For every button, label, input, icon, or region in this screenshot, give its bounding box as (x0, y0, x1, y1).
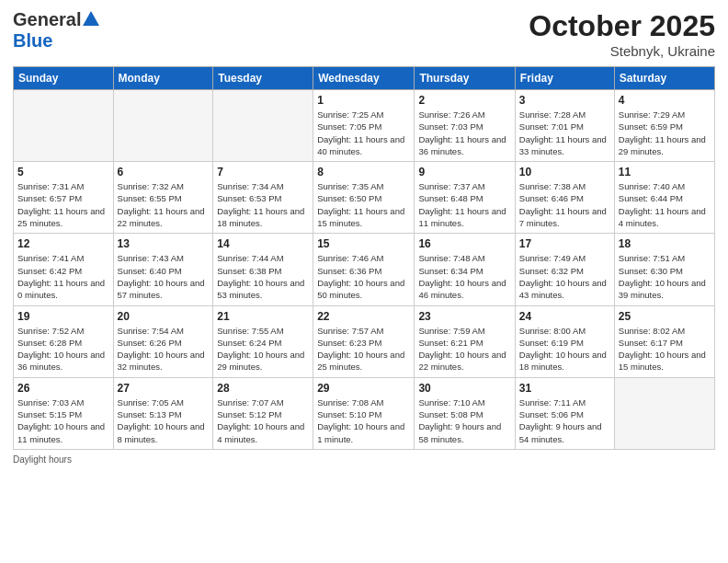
day-info: Sunrise: 7:35 AM Sunset: 6:50 PM Dayligh… (317, 180, 410, 229)
calendar-cell (14, 90, 114, 162)
page: General Blue October 2025 Stebnyk, Ukrai… (0, 0, 728, 563)
day-info: Sunrise: 7:05 AM Sunset: 5:13 PM Dayligh… (118, 396, 210, 445)
day-number: 8 (317, 166, 410, 178)
calendar-cell: 24Sunrise: 8:00 AM Sunset: 6:19 PM Dayli… (515, 305, 614, 377)
calendar-week-row: 12Sunrise: 7:41 AM Sunset: 6:42 PM Dayli… (14, 234, 715, 305)
day-info: Sunrise: 7:54 AM Sunset: 6:26 PM Dayligh… (118, 325, 210, 373)
month-title: October 2025 (529, 9, 715, 43)
day-info: Sunrise: 7:44 AM Sunset: 6:38 PM Dayligh… (217, 252, 309, 301)
header-friday: Friday (515, 67, 614, 90)
header-saturday: Saturday (614, 67, 714, 90)
day-number: 12 (17, 237, 109, 250)
day-number: 7 (217, 166, 309, 178)
calendar-cell: 16Sunrise: 7:48 AM Sunset: 6:34 PM Dayli… (415, 234, 515, 305)
calendar-cell: 2Sunrise: 7:26 AM Sunset: 7:03 PM Daylig… (415, 90, 515, 162)
calendar-cell: 21Sunrise: 7:55 AM Sunset: 6:24 PM Dayli… (213, 305, 313, 377)
day-number: 9 (418, 166, 510, 178)
day-number: 28 (217, 382, 309, 395)
day-info: Sunrise: 7:55 AM Sunset: 6:24 PM Dayligh… (217, 325, 309, 373)
day-info: Sunrise: 7:57 AM Sunset: 6:23 PM Dayligh… (317, 325, 410, 373)
day-number: 30 (418, 382, 510, 395)
day-info: Sunrise: 7:25 AM Sunset: 7:05 PM Dayligh… (317, 109, 410, 157)
logo-general-text: General (13, 9, 81, 30)
calendar-cell: 29Sunrise: 7:08 AM Sunset: 5:10 PM Dayli… (313, 377, 415, 449)
logo: General Blue (13, 9, 99, 52)
header-wednesday: Wednesday (313, 67, 415, 90)
day-number: 27 (118, 382, 210, 395)
footer: Daylight hours (13, 454, 715, 465)
header: General Blue October 2025 Stebnyk, Ukrai… (13, 9, 715, 59)
calendar-cell: 20Sunrise: 7:54 AM Sunset: 6:26 PM Dayli… (113, 305, 213, 377)
day-number: 10 (519, 166, 610, 178)
logo-blue-text: Blue (13, 30, 52, 51)
day-number: 14 (217, 237, 309, 250)
calendar-week-row: 26Sunrise: 7:03 AM Sunset: 5:15 PM Dayli… (14, 377, 715, 449)
day-info: Sunrise: 7:48 AM Sunset: 6:34 PM Dayligh… (418, 252, 510, 301)
calendar-cell: 23Sunrise: 7:59 AM Sunset: 6:21 PM Dayli… (415, 305, 515, 377)
calendar-cell: 19Sunrise: 7:52 AM Sunset: 6:28 PM Dayli… (14, 305, 114, 377)
day-info: Sunrise: 7:41 AM Sunset: 6:42 PM Dayligh… (17, 252, 109, 301)
day-info: Sunrise: 7:37 AM Sunset: 6:48 PM Dayligh… (418, 180, 510, 229)
day-info: Sunrise: 7:52 AM Sunset: 6:28 PM Dayligh… (17, 325, 109, 373)
day-info: Sunrise: 7:34 AM Sunset: 6:53 PM Dayligh… (217, 180, 309, 229)
header-thursday: Thursday (415, 67, 515, 90)
day-number: 19 (17, 310, 109, 323)
day-info: Sunrise: 7:29 AM Sunset: 6:59 PM Dayligh… (619, 109, 711, 157)
day-number: 25 (619, 310, 711, 323)
calendar-cell: 1Sunrise: 7:25 AM Sunset: 7:05 PM Daylig… (313, 90, 415, 162)
logo-triangle-icon (83, 11, 99, 29)
calendar-cell: 12Sunrise: 7:41 AM Sunset: 6:42 PM Dayli… (14, 234, 114, 305)
calendar-week-row: 5Sunrise: 7:31 AM Sunset: 6:57 PM Daylig… (14, 162, 715, 234)
day-number: 6 (118, 166, 210, 178)
calendar-cell: 25Sunrise: 8:02 AM Sunset: 6:17 PM Dayli… (614, 305, 714, 377)
calendar-cell: 3Sunrise: 7:28 AM Sunset: 7:01 PM Daylig… (515, 90, 614, 162)
day-number: 13 (118, 237, 210, 250)
day-info: Sunrise: 7:46 AM Sunset: 6:36 PM Dayligh… (317, 252, 410, 301)
calendar-cell: 4Sunrise: 7:29 AM Sunset: 6:59 PM Daylig… (614, 90, 714, 162)
day-number: 17 (519, 237, 610, 250)
calendar-cell: 5Sunrise: 7:31 AM Sunset: 6:57 PM Daylig… (14, 162, 114, 234)
day-number: 29 (317, 382, 410, 395)
day-info: Sunrise: 7:49 AM Sunset: 6:32 PM Dayligh… (519, 252, 610, 301)
calendar-cell: 9Sunrise: 7:37 AM Sunset: 6:48 PM Daylig… (415, 162, 515, 234)
calendar-cell: 14Sunrise: 7:44 AM Sunset: 6:38 PM Dayli… (213, 234, 313, 305)
day-number: 20 (118, 310, 210, 323)
calendar-cell: 18Sunrise: 7:51 AM Sunset: 6:30 PM Dayli… (614, 234, 714, 305)
day-number: 23 (418, 310, 510, 323)
day-info: Sunrise: 8:00 AM Sunset: 6:19 PM Dayligh… (519, 325, 610, 373)
day-number: 22 (317, 310, 410, 323)
day-info: Sunrise: 7:11 AM Sunset: 5:06 PM Dayligh… (519, 396, 610, 445)
header-monday: Monday (113, 67, 213, 90)
calendar-cell: 11Sunrise: 7:40 AM Sunset: 6:44 PM Dayli… (614, 162, 714, 234)
calendar-cell (113, 90, 213, 162)
day-info: Sunrise: 7:51 AM Sunset: 6:30 PM Dayligh… (619, 252, 711, 301)
day-number: 4 (619, 94, 711, 107)
header-sunday: Sunday (14, 67, 114, 90)
calendar-cell: 30Sunrise: 7:10 AM Sunset: 5:08 PM Dayli… (415, 377, 515, 449)
calendar-week-row: 1Sunrise: 7:25 AM Sunset: 7:05 PM Daylig… (14, 90, 715, 162)
day-info: Sunrise: 8:02 AM Sunset: 6:17 PM Dayligh… (619, 325, 711, 373)
day-info: Sunrise: 7:03 AM Sunset: 5:15 PM Dayligh… (17, 396, 109, 445)
day-number: 18 (619, 237, 711, 250)
calendar-cell: 10Sunrise: 7:38 AM Sunset: 6:46 PM Dayli… (515, 162, 614, 234)
calendar-cell: 6Sunrise: 7:32 AM Sunset: 6:55 PM Daylig… (113, 162, 213, 234)
calendar-cell (213, 90, 313, 162)
day-info: Sunrise: 7:07 AM Sunset: 5:12 PM Dayligh… (217, 396, 309, 445)
day-number: 31 (519, 382, 610, 395)
calendar-cell: 8Sunrise: 7:35 AM Sunset: 6:50 PM Daylig… (313, 162, 415, 234)
calendar-table: Sunday Monday Tuesday Wednesday Thursday… (13, 66, 715, 450)
calendar-cell: 15Sunrise: 7:46 AM Sunset: 6:36 PM Dayli… (313, 234, 415, 305)
day-number: 2 (418, 94, 510, 107)
day-info: Sunrise: 7:26 AM Sunset: 7:03 PM Dayligh… (418, 109, 510, 157)
day-number: 15 (317, 237, 410, 250)
day-info: Sunrise: 7:43 AM Sunset: 6:40 PM Dayligh… (118, 252, 210, 301)
calendar-cell: 31Sunrise: 7:11 AM Sunset: 5:06 PM Dayli… (515, 377, 614, 449)
day-info: Sunrise: 7:38 AM Sunset: 6:46 PM Dayligh… (519, 180, 610, 229)
day-info: Sunrise: 7:10 AM Sunset: 5:08 PM Dayligh… (418, 396, 510, 445)
day-number: 16 (418, 237, 510, 250)
calendar-cell: 17Sunrise: 7:49 AM Sunset: 6:32 PM Dayli… (515, 234, 614, 305)
day-info: Sunrise: 7:28 AM Sunset: 7:01 PM Dayligh… (519, 109, 610, 157)
day-number: 24 (519, 310, 610, 323)
day-number: 11 (619, 166, 711, 178)
location: Stebnyk, Ukraine (529, 43, 715, 59)
